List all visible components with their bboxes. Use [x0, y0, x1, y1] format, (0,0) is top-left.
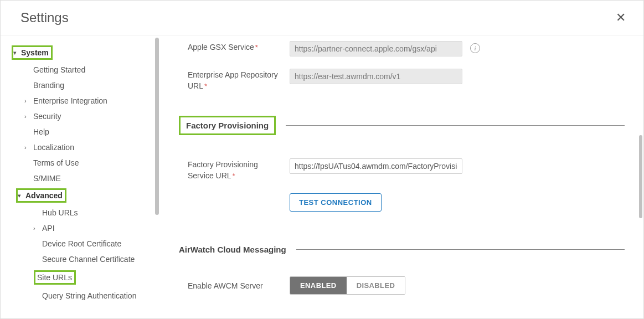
settings-content: Apple GSX Service* i Enterprise App Repo… [160, 35, 643, 318]
section-title: Factory Provisioning [179, 116, 276, 135]
field-label: Factory Provisioning Service URL* [188, 158, 290, 181]
main-scrollbar[interactable] [639, 135, 642, 218]
section-factory-provisioning: Factory Provisioning [179, 116, 625, 135]
main-scrollbar-track [636, 35, 643, 318]
sidebar-item-enterprise-integration[interactable]: › Enterprise Integration [9, 93, 160, 109]
sidebar-item-branding[interactable]: Branding [9, 78, 160, 93]
sidebar-item-terms-of-use[interactable]: Terms of Use [9, 155, 160, 171]
sidebar-item-query-string-auth[interactable]: Query String Authentication [9, 288, 160, 303]
sidebar-item-smime[interactable]: S/MIME [9, 171, 160, 186]
sidebar-item-secure-channel-cert[interactable]: Secure Channel Certificate [9, 251, 160, 267]
sidebar-item-help[interactable]: Help [9, 124, 160, 140]
sidebar-group-system[interactable]: ▾ System [9, 43, 160, 62]
sidebar-group-label: System [21, 48, 49, 57]
field-fps-url: Factory Provisioning Service URL* [188, 158, 625, 181]
sidebar-group-advanced[interactable]: ▾ Advanced [9, 186, 160, 205]
sidebar-item-label: Getting Started [33, 65, 85, 74]
sidebar-item-label: Site URLs [37, 273, 72, 282]
awcm-toggle-group: ENABLED DISABLED [290, 276, 405, 295]
apple-gsx-input[interactable] [290, 41, 462, 56]
field-label: Apple GSX Service* [188, 41, 290, 53]
divider-line [286, 125, 625, 126]
awcm-enabled-button[interactable]: ENABLED [290, 277, 347, 294]
sidebar-item-hub-urls[interactable]: Hub URLs [9, 205, 160, 220]
chevron-right-icon: › [24, 113, 32, 120]
sidebar-item-security[interactable]: › Security [9, 109, 160, 124]
field-ear-url: Enterprise App Repository URL* [188, 69, 625, 91]
test-connection-button[interactable]: TEST CONNECTION [290, 193, 382, 212]
divider-line [296, 249, 625, 250]
sidebar-scrollbar[interactable] [155, 38, 159, 215]
sidebar-item-device-root-cert[interactable]: Device Root Certificate [9, 236, 160, 251]
page-title: Settings [20, 10, 69, 25]
sidebar-item-label: Query String Authentication [42, 291, 136, 300]
sidebar-item-label: Hub URLs [42, 208, 78, 217]
sidebar-item-label: Terms of Use [33, 158, 79, 167]
sidebar-item-label: S/MIME [33, 174, 61, 183]
fps-url-input[interactable] [290, 158, 462, 174]
chevron-right-icon: › [24, 97, 32, 104]
ear-url-input[interactable] [290, 69, 462, 84]
sidebar-item-label: Help [33, 127, 49, 136]
section-awcm: AirWatch Cloud Messaging [179, 245, 625, 254]
field-label-empty [188, 193, 290, 194]
sidebar-item-localization[interactable]: › Localization [9, 140, 160, 155]
info-icon[interactable]: i [470, 43, 480, 53]
sidebar-item-label: Localization [33, 143, 74, 152]
sidebar-item-label: Branding [33, 81, 64, 90]
field-label: Enable AWCM Server [188, 276, 290, 292]
field-label: Enterprise App Repository URL* [188, 69, 290, 91]
field-apple-gsx: Apple GSX Service* i [188, 41, 625, 56]
sidebar-item-label: Device Root Certificate [42, 239, 121, 248]
sidebar-item-getting-started[interactable]: Getting Started [9, 62, 160, 78]
sidebar-group-label: Advanced [25, 191, 63, 200]
sidebar-item-label: Security [33, 112, 61, 121]
sidebar-item-label: Enterprise Integration [33, 96, 107, 105]
chevron-right-icon: › [24, 144, 32, 151]
chevron-right-icon: › [33, 225, 41, 231]
section-title: AirWatch Cloud Messaging [179, 245, 286, 254]
sidebar-item-site-urls[interactable]: Site URLs [9, 267, 160, 288]
chevron-down-icon: ▾ [13, 49, 21, 56]
sidebar-item-label: Secure Channel Certificate [42, 255, 135, 264]
sidebar-item-label: API [42, 224, 55, 233]
close-icon[interactable]: ✕ [609, 7, 632, 28]
awcm-disabled-button[interactable]: DISABLED [347, 277, 405, 294]
sidebar-item-api[interactable]: › API [9, 220, 160, 236]
settings-sidebar: ▾ System Getting Started Branding › Ente… [1, 35, 160, 318]
chevron-down-icon: ▾ [18, 192, 25, 199]
settings-header: Settings ✕ [1, 1, 643, 35]
field-enable-awcm: Enable AWCM Server ENABLED DISABLED [188, 276, 625, 295]
row-test-connection: TEST CONNECTION [188, 193, 625, 212]
